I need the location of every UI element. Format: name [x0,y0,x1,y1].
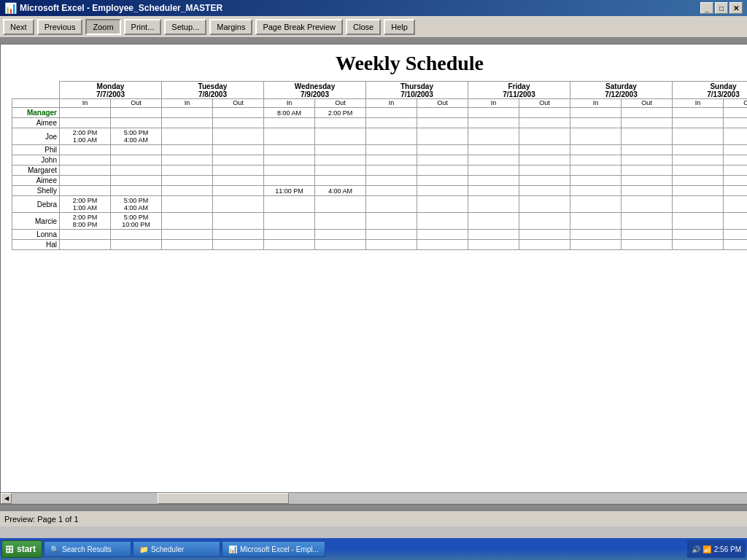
mon-out-cell [111,166,162,176]
mon-out-cell [111,240,162,250]
table-row: Marcie2:00 PM8:00 PM5:00 PM10:00 PM12.00 [12,213,748,230]
tue-out-cell [213,240,264,250]
sat-out-header: Out [622,99,673,108]
employee-name: Aimee [12,176,60,186]
tue-out-cell [213,230,264,240]
thu-out-header: Out [417,99,468,108]
wed-in-cell: 8:00 AM [264,108,315,118]
tue-out-cell [213,145,264,155]
help-button[interactable]: Help [384,19,415,35]
mon-in-cell: 2:00 PM1:00 AM [60,128,111,145]
fri-in-cell [468,186,519,196]
wed-in-cell [264,230,315,240]
table-row: Phil3.00 [12,145,748,155]
setup-button[interactable]: Setup... [164,19,206,35]
employee-name: John [12,155,60,166]
wed-in-cell [264,176,315,186]
mon-in-header: In [60,99,111,108]
employee-name: Shelly [12,186,60,196]
sat-in-cell [570,176,622,186]
taskbar-scheduler[interactable]: 📁 Scheduler [133,541,220,557]
tue-in-cell [162,108,213,118]
day-header-row: Monday 7/7/2003 Tuesday 7/8/2003 Wednesd… [12,82,748,99]
minimize-button[interactable]: _ [700,2,713,14]
scroll-left-arrow[interactable]: ◀ [1,493,12,504]
scroll-thumb[interactable] [158,493,289,504]
tue-out-cell [213,155,264,166]
sat-out-cell [622,186,673,196]
status-text: Preview: Page 1 of 1 [4,515,79,524]
tue-out-cell [213,186,264,196]
friday-header: Friday 7/11/2003 [468,82,570,99]
wed-out-cell [315,118,366,128]
next-button[interactable]: Next [3,19,34,35]
tue-in-cell [162,155,213,166]
tue-in-cell [162,176,213,186]
table-row: John3.00 [12,155,748,166]
sat-out-cell [622,240,673,250]
mon-out-cell [111,145,162,155]
mon-out-cell [111,186,162,196]
fri-out-cell [519,213,570,230]
wed-in-cell [264,155,315,166]
sat-out-cell [622,145,673,155]
saturday-header: Saturday 7/12/2003 [570,82,673,99]
fri-out-cell [519,166,570,176]
fri-in-cell [468,145,519,155]
tue-out-header: Out [213,99,264,108]
print-button[interactable]: Print... [124,19,162,35]
previous-button[interactable]: Previous [37,19,83,35]
employee-name: Manager [12,108,60,118]
tue-in-cell [162,186,213,196]
taskbar: ⊞ start 🔍 Search Results 📁 Scheduler 📊 M… [0,538,747,560]
title-bar-text: Microsoft Excel - Employee_Scheduler_MAS… [20,3,222,13]
thu-in-cell [366,118,417,128]
excel-taskbar-icon: 📊 [228,545,237,553]
margins-button[interactable]: Margins [209,19,252,35]
thu-in-cell [366,155,417,166]
sat-in-cell [570,145,622,155]
taskbar-excel[interactable]: 📊 Microsoft Excel - Empl... [222,541,325,557]
tue-out-cell [213,176,264,186]
thu-in-cell [366,196,417,213]
sun-out-cell [724,196,748,213]
title-bar-left: 📊 Microsoft Excel - Employee_Scheduler_M… [4,2,222,14]
table-row: Margaret3.00 [12,166,748,176]
wed-out-header: Out [315,99,366,108]
sat-in-cell [570,186,622,196]
sun-out-cell [724,166,748,176]
maximize-button[interactable]: □ [715,2,728,14]
sun-in-cell [673,155,724,166]
mon-out-cell: 5:00 PM4:00 AM [111,196,162,213]
tue-out-cell [213,118,264,128]
thu-in-cell [366,230,417,240]
fri-out-cell [519,230,570,240]
mon-out-cell [111,176,162,186]
horizontal-scrollbar[interactable]: ◀ ▶ 1 [1,492,747,504]
thu-out-cell [417,155,468,166]
close-preview-button[interactable]: Close [346,19,381,35]
sun-in-cell [673,166,724,176]
employee-name: Aimee [12,118,60,128]
start-button[interactable]: ⊞ start [1,540,42,558]
employee-name: Debra [12,196,60,213]
sat-in-cell [570,213,622,230]
page-break-preview-button[interactable]: Page Break Preview [255,19,343,35]
tue-out-cell [213,213,264,230]
thu-in-cell [366,213,417,230]
thu-in-cell [366,145,417,155]
zoom-button[interactable]: Zoom [85,19,120,35]
wed-out-cell [315,155,366,166]
mon-in-cell [60,155,111,166]
tue-out-cell [213,108,264,118]
excel-icon: 📊 [4,2,17,14]
tue-in-cell [162,145,213,155]
table-row: Manager8:00 AM2:00 PM36.00 [12,108,748,118]
close-window-button[interactable]: ✕ [729,2,743,14]
fri-out-cell [519,196,570,213]
taskbar-search-results[interactable]: 🔍 Search Results [44,541,131,557]
fri-in-cell [468,155,519,166]
fri-out-cell [519,108,570,118]
scroll-track[interactable] [12,493,747,504]
mon-out-cell [111,118,162,128]
